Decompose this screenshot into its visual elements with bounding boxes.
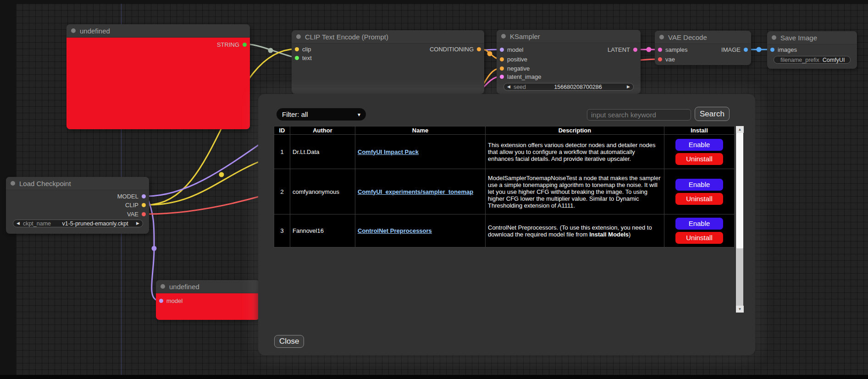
input-slot-positive[interactable]: positive bbox=[500, 56, 527, 62]
output-slot-conditioning[interactable]: CONDITIONING bbox=[430, 46, 481, 52]
slot-label: samples bbox=[665, 46, 687, 53]
slot-label: vae bbox=[665, 56, 675, 63]
input-slot-model[interactable]: model bbox=[500, 46, 523, 53]
input-slot-latent-image[interactable]: latent_image bbox=[500, 73, 541, 80]
output-slot-latent[interactable]: LATENT bbox=[608, 46, 637, 53]
table-scrollbar[interactable]: ▲ ▼ bbox=[736, 126, 743, 313]
output-slot-image[interactable]: IMAGE bbox=[721, 46, 748, 53]
input-slot-negative[interactable]: negative bbox=[500, 65, 530, 71]
uninstall-button[interactable]: Uninstall bbox=[675, 153, 723, 165]
node-collapse-dot-icon[interactable] bbox=[160, 284, 165, 289]
input-slot-clip[interactable]: clip bbox=[295, 46, 311, 52]
node-ksampler[interactable]: KSampler model positive negative latent_… bbox=[497, 30, 641, 94]
wire-dot-model[interactable] bbox=[152, 246, 157, 251]
extension-name-link[interactable]: ControlNet Preprocessors bbox=[358, 227, 432, 234]
uninstall-button[interactable]: Uninstall bbox=[675, 193, 723, 205]
output-slot-clip[interactable]: CLIP bbox=[125, 202, 146, 208]
widget-value[interactable]: ComfyUI bbox=[823, 57, 847, 63]
slot-dot-model-out[interactable] bbox=[142, 194, 146, 198]
wire-dot-conditioning[interactable] bbox=[487, 51, 492, 56]
node-title-bar[interactable]: undefined bbox=[66, 24, 250, 38]
wire-dot-clip[interactable] bbox=[219, 172, 224, 177]
slot-dot-clip[interactable] bbox=[295, 47, 299, 51]
slot-dot-clip-out[interactable] bbox=[142, 203, 146, 207]
extension-name-link[interactable]: ComfyUI_experiments/sampler_tonemap bbox=[358, 188, 473, 195]
extension-name-link[interactable]: ComfyUI Impact Pack bbox=[358, 148, 419, 155]
node-title: VAE Decode bbox=[668, 33, 707, 41]
input-slot-vae[interactable]: vae bbox=[658, 56, 675, 62]
search-button[interactable]: Search bbox=[695, 107, 730, 121]
widget-label: seed bbox=[514, 84, 526, 90]
output-slot-string[interactable]: STRING bbox=[217, 41, 247, 48]
slot-dot-negative[interactable] bbox=[500, 66, 504, 71]
input-slot-samples[interactable]: samples bbox=[658, 46, 687, 53]
node-vae-decode[interactable]: VAE Decode samples vae IMAGE bbox=[655, 31, 751, 65]
slot-dot-conditioning[interactable] bbox=[477, 47, 481, 51]
wire-dot-image[interactable] bbox=[757, 47, 762, 52]
close-button[interactable]: Close bbox=[274, 335, 304, 348]
node-collapse-dot-icon[interactable] bbox=[659, 35, 664, 39]
enable-button[interactable]: Enable bbox=[675, 139, 723, 151]
slot-dot-model[interactable] bbox=[500, 48, 504, 52]
enable-button[interactable]: Enable bbox=[675, 218, 723, 230]
node-collapse-dot-icon[interactable] bbox=[772, 35, 776, 40]
node-clip-text-encode[interactable]: CLIP Text Encode (Prompt) clip text COND… bbox=[292, 30, 484, 94]
slot-dot-images[interactable] bbox=[770, 48, 774, 52]
widget-decrement-icon[interactable]: ◀ bbox=[507, 85, 510, 89]
widget-label: ckpt_name bbox=[23, 220, 51, 227]
slot-dot-vae-out[interactable] bbox=[142, 212, 146, 216]
widget-increment-icon[interactable]: ▶ bbox=[627, 85, 630, 89]
input-slot-model[interactable]: model bbox=[159, 297, 182, 304]
slot-dot-image[interactable] bbox=[744, 48, 748, 52]
slot-dot-string[interactable] bbox=[243, 43, 247, 47]
node-collapse-dot-icon[interactable] bbox=[71, 28, 76, 33]
node-undefined-bottom[interactable]: undefined model bbox=[156, 280, 260, 320]
widget-increment-icon[interactable]: ▶ bbox=[136, 221, 139, 225]
slot-dot-samples[interactable] bbox=[658, 48, 662, 52]
node-collapse-dot-icon[interactable] bbox=[501, 34, 506, 38]
filter-select[interactable]: Filter: all ▾ bbox=[276, 108, 366, 121]
node-title-bar[interactable]: KSampler bbox=[497, 30, 641, 43]
input-slot-text[interactable]: text bbox=[295, 55, 312, 61]
ckpt-name-widget[interactable]: ◀ ckpt_name v1-5-pruned-emaonly.ckpt ▶ bbox=[13, 220, 143, 227]
scrollbar-thumb[interactable] bbox=[736, 133, 743, 248]
search-input[interactable] bbox=[587, 109, 691, 121]
widget-value[interactable]: 156680208700286 bbox=[529, 84, 627, 90]
slot-label: positive bbox=[507, 56, 527, 63]
widget-decrement-icon[interactable]: ◀ bbox=[17, 221, 20, 225]
uninstall-button[interactable]: Uninstall bbox=[675, 232, 723, 244]
output-slot-model[interactable]: MODEL bbox=[117, 193, 146, 199]
cell-description: ModelSamplerTonemapNoiseTest a node that… bbox=[486, 169, 664, 214]
chevron-down-icon: ▾ bbox=[358, 111, 360, 118]
node-undefined-top[interactable]: undefined STRING bbox=[66, 24, 250, 129]
slot-dot-vae[interactable] bbox=[658, 57, 662, 61]
extension-manager-dialog: Filter: all ▾ Search ID Author Name Desc… bbox=[258, 94, 755, 355]
seed-widget[interactable]: ◀ seed 156680208700286 ▶ bbox=[503, 83, 634, 91]
widget-value[interactable]: v1-5-pruned-emaonly.ckpt bbox=[54, 220, 136, 227]
node-title: CLIP Text Encode (Prompt) bbox=[305, 33, 388, 41]
node-title-bar[interactable]: undefined bbox=[156, 280, 260, 293]
slot-label: CLIP bbox=[125, 202, 138, 209]
node-title-bar[interactable]: CLIP Text Encode (Prompt) bbox=[292, 30, 484, 44]
wire-dot-latent[interactable] bbox=[647, 47, 652, 52]
filename-prefix-widget[interactable]: filename_prefix ComfyUI bbox=[774, 56, 851, 64]
slot-dot-latent[interactable] bbox=[633, 48, 637, 52]
node-title-bar[interactable]: VAE Decode bbox=[655, 31, 751, 44]
slot-dot-latent-image[interactable] bbox=[500, 75, 504, 79]
slot-dot-model[interactable] bbox=[159, 299, 163, 303]
scroll-down-icon[interactable]: ▼ bbox=[736, 306, 744, 313]
node-load-checkpoint[interactable]: Load Checkpoint MODEL CLIP VAE ◀ ckpt_na… bbox=[6, 177, 149, 234]
slot-dot-positive[interactable] bbox=[500, 57, 504, 61]
wire-dot-string[interactable] bbox=[268, 48, 273, 53]
slot-dot-text[interactable] bbox=[295, 56, 299, 60]
node-collapse-dot-icon[interactable] bbox=[11, 181, 15, 186]
scroll-up-icon[interactable]: ▲ bbox=[736, 126, 744, 133]
node-collapse-dot-icon[interactable] bbox=[296, 34, 301, 39]
enable-button[interactable]: Enable bbox=[675, 179, 723, 191]
col-header-description: Description bbox=[486, 126, 664, 135]
input-slot-images[interactable]: images bbox=[770, 46, 797, 53]
node-title-bar[interactable]: Load Checkpoint bbox=[6, 177, 149, 190]
node-title-bar[interactable]: Save Image bbox=[767, 31, 857, 44]
output-slot-vae[interactable]: VAE bbox=[127, 211, 146, 217]
node-save-image[interactable]: Save Image images filename_prefix ComfyU… bbox=[767, 31, 857, 69]
